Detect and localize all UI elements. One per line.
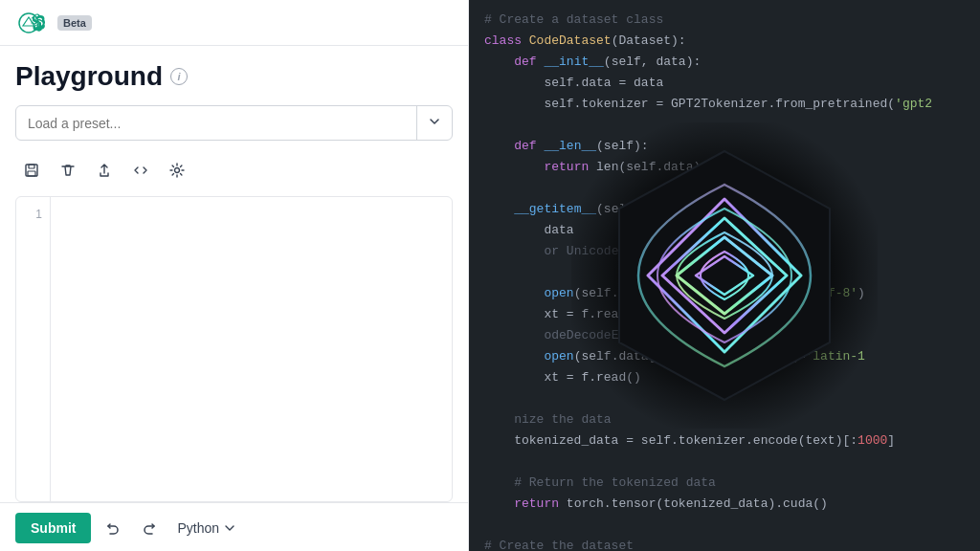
lang-chevron-icon <box>223 521 236 535</box>
save-button[interactable] <box>15 156 48 185</box>
hex-logo-overlay <box>581 132 868 419</box>
toolbar <box>15 152 453 188</box>
preset-chevron-button[interactable] <box>416 106 452 140</box>
share-icon <box>96 162 113 179</box>
right-panel: # Create a dataset class class CodeDatas… <box>469 0 980 551</box>
trash-icon <box>59 162 77 179</box>
editor-content[interactable] <box>51 197 452 501</box>
top-bar: Beta <box>0 0 468 46</box>
svg-point-4 <box>175 168 180 173</box>
gear-icon <box>168 162 186 179</box>
line-number-1: 1 <box>16 205 42 224</box>
settings-button[interactable] <box>161 156 193 185</box>
page-title: Playground <box>15 61 163 92</box>
language-label: Python <box>177 520 219 536</box>
svg-rect-3 <box>28 171 35 176</box>
content-area: Playground i <box>0 46 468 196</box>
save-icon <box>23 162 40 179</box>
preset-input[interactable] <box>16 108 416 139</box>
submit-button[interactable]: Submit <box>15 513 91 543</box>
delete-button[interactable] <box>52 156 84 185</box>
hex-logo-svg <box>581 132 868 419</box>
chevron-down-icon <box>427 114 442 129</box>
code-button[interactable] <box>124 156 157 185</box>
undo-icon <box>104 519 122 537</box>
language-selector[interactable]: Python <box>171 517 242 540</box>
share-button[interactable] <box>88 156 121 185</box>
code-icon <box>132 162 149 179</box>
line-numbers: 1 <box>16 197 51 501</box>
info-icon[interactable]: i <box>170 68 188 85</box>
beta-badge: Beta <box>57 15 92 31</box>
svg-marker-5 <box>619 151 830 400</box>
openai-logo-icon <box>23 10 50 36</box>
redo-icon <box>141 519 158 537</box>
redo-button[interactable] <box>135 514 164 542</box>
preset-row <box>15 105 453 141</box>
left-panel: Beta Playground i <box>0 0 469 551</box>
page-title-container: Playground i <box>15 61 453 92</box>
undo-button[interactable] <box>99 514 127 542</box>
editor-area[interactable]: 1 <box>15 196 453 502</box>
bottom-bar: Submit Python <box>0 502 468 551</box>
